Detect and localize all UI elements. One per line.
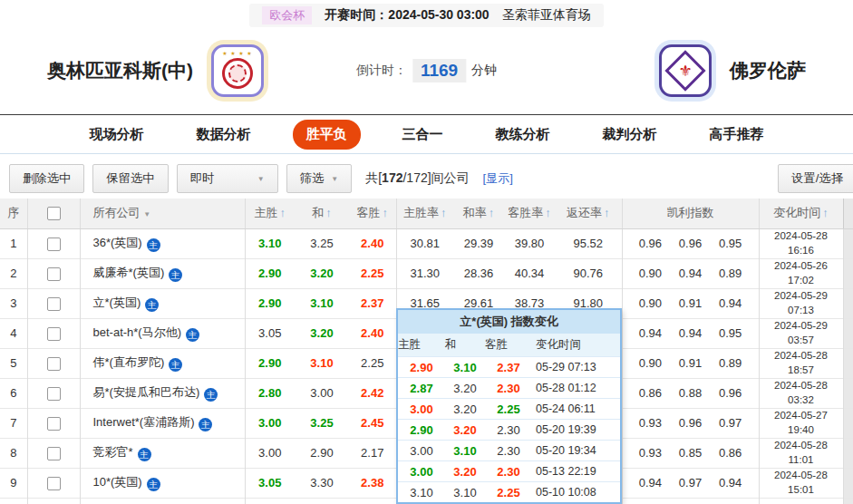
away-odds-cell[interactable]: 2.42 bbox=[349, 378, 396, 408]
col-home-rate[interactable]: 主胜率↑ bbox=[396, 199, 453, 228]
settings-button[interactable]: 设置/选择 bbox=[778, 164, 853, 193]
away-odds-cell[interactable]: 2.25 bbox=[349, 348, 396, 378]
nav-tab-1[interactable]: 现场分析 bbox=[79, 120, 155, 150]
popup-col-1: 主胜 bbox=[398, 337, 445, 353]
company-cell[interactable]: 36*(英国)主 bbox=[80, 228, 245, 258]
change-clock: 03:32 bbox=[760, 393, 843, 408]
home-odds-cell: 2.87 bbox=[398, 382, 445, 395]
home-odds-cell[interactable]: 3.10 bbox=[245, 228, 295, 258]
home-odds-cell[interactable]: 3.05 bbox=[245, 468, 295, 498]
row-checkbox[interactable] bbox=[47, 327, 61, 341]
draw-odds-cell[interactable]: 3.30 bbox=[295, 468, 349, 498]
company-cell[interactable]: 立*(英国)主 bbox=[80, 288, 245, 318]
return-rate-cell: 95.52 bbox=[555, 228, 622, 258]
home-odds-cell: 2.90 bbox=[398, 361, 445, 374]
home-odds-cell[interactable]: 3.00 bbox=[245, 438, 295, 468]
row-select-cell bbox=[27, 348, 80, 378]
kelly-value: 0.94 bbox=[711, 476, 751, 489]
col-home-odds[interactable]: 主胜↑ bbox=[245, 199, 295, 228]
row-select-cell bbox=[27, 438, 80, 468]
col-away-odds[interactable]: 客胜↑ bbox=[349, 199, 396, 228]
company-name: 威廉希*(英国) bbox=[93, 266, 165, 279]
time-filter-dropdown[interactable]: 即时▼ bbox=[177, 164, 278, 193]
col-change-time[interactable]: 变化时间↑ bbox=[759, 199, 843, 228]
home-odds-cell[interactable]: 2.90 bbox=[245, 258, 295, 288]
company-cell[interactable]: 竞彩官*主 bbox=[80, 438, 245, 468]
draw-odds-cell[interactable]: 2.90 bbox=[295, 438, 349, 468]
kelly-value: 0.94 bbox=[670, 267, 710, 280]
row-checkbox[interactable] bbox=[47, 447, 61, 460]
delete-selected-button[interactable]: 删除选中 bbox=[9, 164, 84, 193]
change-date: 2024-05-29 bbox=[760, 289, 843, 304]
kelly-value: 0.94 bbox=[670, 326, 710, 340]
col-return-rate[interactable]: 返还率↑ bbox=[555, 199, 622, 228]
draw-odds-cell[interactable]: 3.25 bbox=[295, 408, 349, 438]
nav-tab-7[interactable]: 高手推荐 bbox=[699, 120, 775, 150]
away-odds-cell[interactable]: 2.37 bbox=[349, 288, 396, 318]
home-odds-cell[interactable]: 3.00 bbox=[245, 408, 295, 438]
row-select-cell bbox=[27, 318, 80, 348]
row-checkbox[interactable] bbox=[47, 387, 61, 401]
row-checkbox[interactable] bbox=[47, 297, 61, 311]
match-info-box: 欧会杯 开赛时间：2024-05-30 03:00 圣索菲亚体育场 bbox=[249, 4, 603, 27]
away-odds-cell[interactable]: 2.17 bbox=[349, 438, 396, 468]
col-kelly: 凯利指数 bbox=[622, 199, 759, 228]
draw-odds-cell[interactable]: 3.10 bbox=[295, 288, 349, 318]
sort-up-icon: ↑ bbox=[441, 206, 447, 219]
away-odds-cell: 2.30 bbox=[485, 382, 532, 395]
company-cell[interactable]: 伟*(直布罗陀)主 bbox=[80, 348, 245, 378]
col-draw-rate[interactable]: 和率↑ bbox=[453, 199, 504, 228]
row-checkbox[interactable] bbox=[47, 357, 61, 371]
change-date: 2024-05-29 bbox=[760, 319, 843, 334]
draw-odds-cell[interactable]: 3.00 bbox=[295, 378, 349, 408]
row-checkbox[interactable] bbox=[47, 417, 61, 431]
away-odds-cell[interactable]: 2.40 bbox=[349, 318, 396, 348]
nav-tab-5[interactable]: 教练分析 bbox=[485, 120, 561, 150]
home-odds-cell: 3.00 bbox=[398, 465, 445, 479]
away-odds-cell[interactable]: 2.40 bbox=[349, 228, 396, 258]
away-rate-cell: 40.34 bbox=[504, 258, 555, 288]
home-rate-cell: 31.30 bbox=[396, 258, 453, 288]
home-odds-cell: 3.00 bbox=[398, 444, 445, 458]
company-cell[interactable]: Interwet*(塞浦路斯)主 bbox=[80, 408, 245, 438]
keep-selected-button[interactable]: 保留选中 bbox=[92, 164, 168, 193]
home-odds-cell[interactable]: 2.90 bbox=[245, 288, 295, 318]
row-checkbox[interactable] bbox=[47, 267, 61, 281]
draw-odds-cell[interactable]: 3.10 bbox=[295, 348, 349, 378]
row-checkbox[interactable] bbox=[47, 237, 61, 251]
company-cell[interactable]: 威廉希*(英国)主 bbox=[80, 258, 245, 288]
away-odds-cell[interactable]: 2.25 bbox=[349, 258, 396, 288]
company-cell[interactable]: 10*(英国)主 bbox=[80, 468, 245, 498]
draw-odds-cell[interactable]: 3.20 bbox=[295, 258, 349, 288]
nav-tab-3[interactable]: 胜平负 bbox=[293, 120, 361, 150]
col-away-rate[interactable]: 客胜率↑ bbox=[504, 199, 555, 228]
select-all-checkbox[interactable] bbox=[47, 207, 61, 220]
draw-odds-cell[interactable]: 3.20 bbox=[295, 318, 349, 348]
row-checkbox[interactable] bbox=[47, 477, 61, 490]
nav-tab-2[interactable]: 数据分析 bbox=[186, 120, 262, 150]
home-odds-cell[interactable]: 2.80 bbox=[245, 378, 295, 408]
nav-tab-6[interactable]: 裁判分析 bbox=[592, 120, 668, 150]
home-odds-cell[interactable]: 3.05 bbox=[245, 318, 295, 348]
company-cell[interactable]: bet-at-h*(马尔他)主 bbox=[80, 318, 245, 348]
draw-odds-cell: 3.10 bbox=[445, 361, 485, 374]
show-link[interactable]: [显示] bbox=[483, 170, 513, 187]
change-time-cell: 2024-05-2803:32 bbox=[759, 378, 843, 408]
row-seq: 9 bbox=[0, 468, 27, 498]
toolbar: 删除选中 保留选中 即时▼ 筛选▼ 共[172/172]间公司 [显示] 设置/… bbox=[0, 154, 853, 199]
col-company[interactable]: 所有公司 ▼ bbox=[80, 199, 245, 228]
fleur-de-lis-icon: ⚜ bbox=[678, 63, 692, 79]
nav-tab-4[interactable]: 三合一 bbox=[392, 120, 454, 150]
home-odds-cell[interactable]: 2.90 bbox=[245, 348, 295, 378]
col-draw-odds[interactable]: 和↑ bbox=[295, 199, 349, 228]
away-team: ⚜ 佛罗伦萨 bbox=[659, 44, 806, 97]
change-clock: 19:40 bbox=[760, 423, 843, 438]
company-cell[interactable]: 易*(安提瓜和巴布达)主 bbox=[80, 378, 245, 408]
draw-odds-cell[interactable]: 3.25 bbox=[295, 228, 349, 258]
filter-dropdown[interactable]: 筛选▼ bbox=[286, 164, 353, 193]
zhu-badge-icon: 主 bbox=[204, 388, 218, 402]
away-odds-cell[interactable]: 2.45 bbox=[349, 408, 396, 438]
kelly-value: 0.96 bbox=[670, 237, 710, 250]
away-odds-cell[interactable]: 2.38 bbox=[349, 468, 396, 498]
change-time-cell: 2024-05-2719:40 bbox=[759, 408, 843, 438]
